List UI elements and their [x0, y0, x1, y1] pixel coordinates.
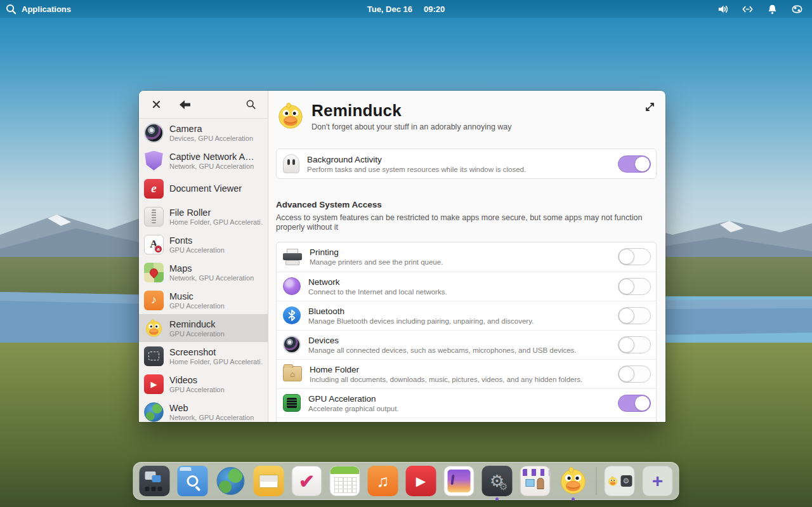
back-icon	[180, 100, 191, 109]
notifications-icon[interactable]	[766, 3, 778, 15]
row-title: Network	[308, 277, 610, 287]
devices-toggle[interactable]	[618, 336, 651, 353]
row-desc: Accelerate graphical output.	[308, 405, 610, 412]
row-title: Background Activity	[307, 155, 610, 164]
app-permissions-summary: Network, GPU Acceleration	[169, 162, 254, 170]
app-permissions-summary: GPU Acceleration	[169, 330, 225, 338]
gpu-icon	[283, 394, 301, 412]
permission-row-printing: Printing Manage printers and see the pri…	[277, 242, 656, 272]
row-desc: Manage Bluetooth devices including pairi…	[308, 317, 610, 325]
app-name: Screenshot	[169, 347, 263, 357]
app-permissions-summary: Home Folder, GPU Accelerati…	[169, 358, 263, 365]
system-settings-icon[interactable]: ⚙⚙	[482, 466, 513, 496]
app-permissions-summary: GPU Acceleration	[169, 302, 225, 310]
tasks-icon[interactable]: ✔	[292, 466, 322, 496]
permission-row-gpu: GPU Acceleration Accelerate graphical ou…	[277, 388, 656, 418]
sidebar-item-reminduck[interactable]: Reminduck GPU Acceleration	[139, 314, 268, 342]
sidebar-item-fonts[interactable]: Aa Fonts GPU Acceleration	[139, 230, 268, 258]
panel-time: 09:20	[424, 4, 445, 14]
datetime-indicator[interactable]: Tue, Dec 16 09:20	[0, 4, 812, 14]
web-browser-icon[interactable]	[216, 466, 246, 496]
close-button[interactable]	[148, 96, 164, 113]
dock: ✔ ♫ ▶ ⚙⚙ ⚙ +	[133, 462, 679, 500]
search-icon	[5, 3, 17, 15]
bluetooth-icon	[283, 306, 301, 324]
network-icon[interactable]	[742, 3, 754, 15]
row-title: Home Folder	[310, 365, 610, 374]
shield-icon	[144, 151, 164, 171]
background-activity-toggle[interactable]	[618, 155, 651, 173]
app-permissions-summary: Network, GPU Acceleration	[169, 274, 254, 282]
home-folder-toggle[interactable]	[618, 365, 651, 383]
gpu-toggle[interactable]	[618, 395, 651, 412]
app-permissions-summary: GPU Acceleration	[169, 386, 225, 393]
mail-icon[interactable]	[254, 466, 284, 496]
sidebar-item-music[interactable]: ♪ Music GPU Acceleration	[139, 286, 268, 314]
maps-icon	[144, 263, 164, 282]
devices-lens-icon	[283, 336, 301, 353]
home-folder-icon: ⌂	[283, 366, 302, 381]
app-name: Music	[169, 291, 225, 301]
sidebar-item-web[interactable]: Web Network, GPU Acceleration	[139, 398, 268, 422]
document-viewer-icon: e	[144, 179, 164, 199]
add-icon[interactable]: +	[643, 466, 673, 496]
app-header: Reminduck Don't forget about your stuff …	[276, 101, 657, 131]
permission-row-system-folders: System Folders	[277, 418, 656, 423]
network-toggle[interactable]	[618, 278, 651, 295]
app-permissions-summary: Network, GPU Acceleration	[169, 414, 254, 421]
session-icon[interactable]	[791, 3, 803, 15]
row-title: Printing	[310, 247, 610, 257]
permission-row-devices: Devices Manage all connected devices, su…	[277, 330, 656, 359]
volume-icon[interactable]	[717, 3, 729, 15]
multitasking-view-icon[interactable]	[140, 466, 170, 496]
row-title: Devices	[308, 336, 610, 345]
sidebar-item-camera[interactable]: Camera Devices, GPU Acceleration	[139, 119, 268, 147]
photos-icon[interactable]	[444, 466, 475, 496]
app-name: File Roller	[169, 207, 263, 218]
panel-date: Tue, Dec 16	[367, 4, 412, 14]
sidebar-item-captive-network[interactable]: Captive Network A… Network, GPU Accelera…	[139, 147, 268, 174]
sidebar-item-document-viewer[interactable]: e Document Viewer	[139, 174, 268, 202]
search-button[interactable]	[242, 96, 259, 113]
app-name: Document Viewer	[169, 183, 242, 194]
row-desc: Connect to the Internet and local networ…	[308, 288, 610, 296]
maximize-button[interactable]	[641, 98, 658, 115]
videos-icon: ▶	[144, 374, 164, 394]
app-permissions-window-icon[interactable]: ⚙	[605, 466, 635, 496]
app-name: Captive Network A…	[169, 152, 254, 162]
permission-row-home-folder: ⌂ Home Folder Including all documents, d…	[277, 359, 656, 388]
music-icon[interactable]: ♫	[368, 466, 398, 496]
search-icon	[246, 99, 256, 110]
row-title: GPU Acceleration	[308, 394, 610, 404]
row-title: Bluetooth	[308, 306, 610, 316]
dock-separator	[596, 467, 597, 495]
row-desc: Perform tasks and use system resources w…	[307, 166, 610, 173]
music-icon: ♪	[144, 291, 164, 310]
app-list: Camera Devices, GPU Acceleration Captive…	[139, 119, 268, 422]
permission-row-bluetooth: Bluetooth Manage Bluetooth devices inclu…	[277, 301, 656, 330]
calendar-icon[interactable]	[330, 466, 360, 496]
fonts-icon: Aa	[144, 235, 164, 254]
camera-lens-icon	[144, 123, 164, 143]
sidebar-item-file-roller[interactable]: File Roller Home Folder, GPU Accelerati…	[139, 202, 268, 230]
files-icon[interactable]	[178, 466, 208, 496]
applications-menu[interactable]: Applications	[0, 3, 71, 15]
section-description: Access to system features can be restric…	[276, 213, 647, 233]
bluetooth-toggle[interactable]	[618, 307, 651, 324]
app-name: Maps	[169, 263, 254, 273]
videos-icon[interactable]: ▶	[406, 466, 436, 496]
sidebar-item-maps[interactable]: Maps Network, GPU Acceleration	[139, 258, 268, 286]
printing-toggle[interactable]	[618, 248, 651, 265]
reminduck-icon[interactable]	[558, 466, 589, 496]
running-indicator	[572, 497, 575, 501]
appcenter-icon[interactable]	[520, 466, 551, 496]
ghost-icon	[283, 154, 299, 173]
applications-label: Applications	[22, 4, 71, 14]
sidebar-item-screenshot[interactable]: Screenshot Home Folder, GPU Accelerati…	[139, 342, 268, 370]
section-title: Advanced System Access	[276, 200, 657, 209]
top-panel: Applications Tue, Dec 16 09:20	[0, 0, 812, 18]
app-permissions-summary: Home Folder, GPU Accelerati…	[169, 218, 263, 226]
sidebar-item-videos[interactable]: ▶ Videos GPU Acceleration	[139, 370, 268, 398]
back-button[interactable]	[177, 96, 193, 113]
app-name: Reminduck	[169, 319, 225, 329]
